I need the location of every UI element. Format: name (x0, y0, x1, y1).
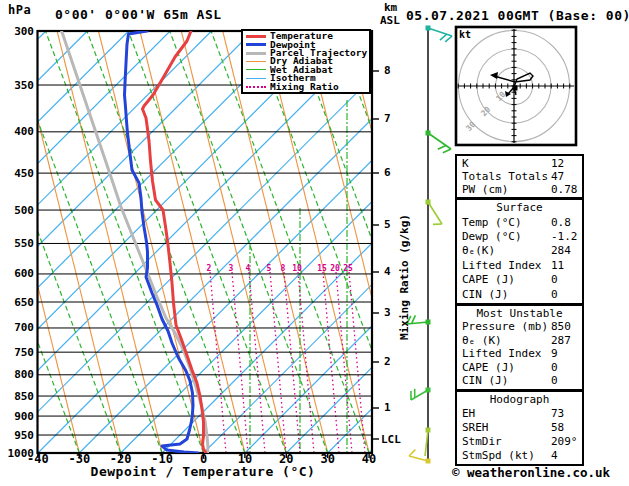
panel-row-label: Temp (°C) (457, 217, 522, 229)
panel-row-label: CIN (J) (457, 375, 508, 387)
skewt-sounding-page: { "header": { "pressure_unit_label": "hP… (0, 0, 629, 486)
panel-row: CIN (J)0 (457, 289, 582, 301)
panel-header: Surface (457, 202, 582, 214)
panel-row-value: 209° (551, 436, 578, 448)
dry-adiabat-line (99, 31, 204, 453)
panel-row: CAPE (J)0 (457, 362, 582, 374)
km-tick-label: 7 (384, 112, 391, 125)
legend-line-sample (246, 52, 266, 55)
panel-row-label: Lifted Index (457, 260, 541, 272)
panel-row-label: K (457, 158, 469, 170)
plot-border (38, 31, 373, 453)
panel-row-label: CAPE (J) (457, 362, 515, 374)
mixing-ratio-line (210, 272, 226, 453)
km-tick-label: 5 (384, 218, 391, 231)
station-title: 0°00' 0°00'W 65m ASL (55, 7, 222, 22)
pressure-tick-label: 500 (2, 204, 34, 217)
panel-row-value: 850 (551, 321, 571, 333)
mixing-ratio-line (232, 272, 248, 453)
panel-row-label: StmDir (457, 436, 502, 448)
panel-row-value: 287 (551, 335, 571, 347)
panel-row-value: 58 (551, 422, 564, 434)
mixing-ratio-value-label: 20 (330, 264, 340, 273)
mixing-ratio-value-label: 8 (281, 264, 286, 273)
legend-line-sample (246, 86, 266, 88)
panel-row-label: θₑ(K) (457, 245, 495, 257)
hodograph-unit-label: kt (459, 29, 471, 40)
pressure-tick-label: 950 (2, 429, 34, 442)
panel-row: Lifted Index9 (457, 348, 582, 360)
panel-row-value: 47 (551, 171, 564, 183)
panel-row: CIN (J)0 (457, 375, 582, 387)
isotherm-line (0, 31, 419, 453)
pressure-tick-label: 850 (2, 390, 34, 403)
dry-adiabat-line (595, 31, 629, 453)
panel-row-value: 0 (551, 274, 558, 286)
wet-adiabat-line (584, 31, 629, 453)
km-tick-label: 4 (384, 265, 391, 278)
km-tick-label: 3 (384, 306, 391, 319)
mixing-ratio-value-label: 25 (343, 264, 353, 273)
panel-row-value: -1.2 (551, 231, 578, 243)
temp-tick-label: 40 (362, 452, 376, 466)
wet-adiabat-line (170, 31, 328, 453)
panel-row-value: 0 (551, 289, 558, 301)
mixing-ratio-value-label: 2 (207, 264, 212, 273)
panel-row: θₑ(K)284 (457, 245, 582, 257)
pressure-tick-label: 700 (2, 321, 34, 334)
dry-adiabat-line (223, 31, 328, 453)
wet-adiabat-line (253, 31, 411, 453)
mixing-ratio-value-label: 3 (229, 264, 234, 273)
temp-tick-label: 30 (320, 452, 334, 466)
panel-row-label: StmSpd (kt) (457, 450, 535, 462)
panel-row-value: 73 (551, 408, 564, 420)
legend-item-label: Mixing Ratio (270, 83, 339, 91)
indices-panel: Most UnstablePressure (mb)850θₑ (K)287Li… (455, 304, 584, 391)
panel-row-label: CIN (J) (457, 289, 508, 301)
panel-row-value: 0.78 (551, 184, 578, 196)
pressure-tick-label: 350 (2, 79, 34, 92)
panel-row: PW (cm)0.78 (457, 184, 582, 196)
panel-row: Totals Totals47 (457, 171, 582, 183)
panel-row-label: Lifted Index (457, 348, 541, 360)
wet-adiabat-line (87, 31, 245, 453)
pressure-tick-label: 600 (2, 267, 34, 280)
indices-panel: K12Totals Totals47PW (cm)0.78 (455, 154, 584, 199)
legend-line-sample (246, 78, 266, 79)
legend-line-sample (246, 69, 266, 70)
mixing-ratio-value-label: 15 (317, 264, 327, 273)
panel-row-label: θₑ (K) (457, 335, 502, 347)
pressure-tick-label: 550 (2, 237, 34, 250)
panel-row-value: 11 (551, 260, 564, 272)
panel-row-label: Totals Totals (457, 171, 548, 183)
panel-row-value: 4 (551, 450, 558, 462)
legend-box: TemperatureDewpointParcel TrajectoryDry … (241, 29, 371, 94)
mixing-ratio-value-label: 10 (292, 264, 302, 273)
legend-line-sample (246, 43, 266, 46)
lcl-label: LCL (381, 433, 401, 446)
storm-motion-marker (513, 86, 518, 91)
wet-adiabat-line (625, 31, 629, 453)
km-unit-label: km (384, 1, 397, 14)
panel-row: Lifted Index11 (457, 260, 582, 272)
km-tick-label: 6 (384, 166, 391, 179)
pressure-tick-label: 300 (2, 25, 34, 38)
km-tick-label: 2 (384, 355, 391, 368)
pressure-tick-label: 900 (2, 410, 34, 423)
pressure-tick-label: 750 (2, 346, 34, 359)
dry-adiabat-line (306, 31, 411, 453)
panel-row: StmDir209° (457, 436, 582, 448)
temp-tick-label: -30 (68, 452, 90, 466)
panel-header: Most Unstable (457, 308, 582, 320)
panel-row-value: 9 (551, 348, 558, 360)
indices-panel: SurfaceTemp (°C)0.8Dewp (°C)-1.2θₑ(K)284… (455, 198, 584, 305)
legend-line-sample (246, 35, 266, 38)
pressure-tick-label: 650 (2, 296, 34, 309)
panel-row: K12 (457, 158, 582, 170)
panel-row-value: 12 (551, 158, 564, 170)
run-title: 05.07.2021 00GMT (Base: 00) (406, 8, 629, 23)
temp-tick-label: -40 (27, 452, 49, 466)
panel-row: Pressure (mb)850 (457, 321, 582, 333)
panel-row-label: Dewp (°C) (457, 231, 522, 243)
mixing-ratio-value-label: 4 (246, 264, 251, 273)
